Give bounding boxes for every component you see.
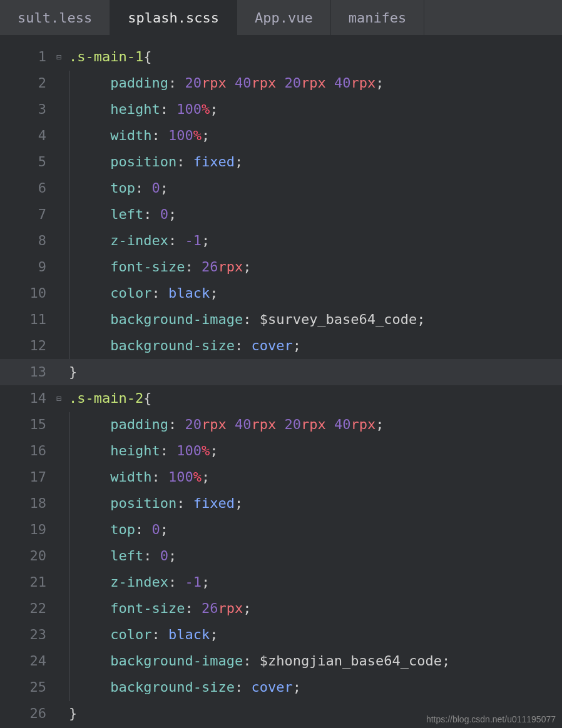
tab-sult-less[interactable]: sult.less [0,0,110,35]
code-content: left: 0; [65,201,176,228]
code-content: padding: 20rpx 40rpx 20rpx 40rpx; [65,70,384,97]
code-line[interactable]: 25 background-size: cover; [0,674,562,700]
line-number: 22 [0,595,53,622]
code-line[interactable]: 1 ⊟ .s-main-1{ [0,44,562,70]
code-line[interactable]: 3 height: 100%; [0,96,562,123]
tab-label: splash.scss [128,10,219,26]
line-number: 9 [0,254,53,280]
code-content: font-size: 26rpx; [65,254,251,281]
code-content: left: 0; [65,543,176,570]
code-line[interactable]: 4 width: 100%; [0,123,562,149]
code-line[interactable]: 14 ⊟ .s-main-2{ [0,385,562,412]
code-line[interactable]: 21 z-index: -1; [0,569,562,595]
code-line[interactable]: 7 left: 0; [0,201,562,228]
watermark: https://blog.csdn.net/u011195077 [426,714,556,724]
code-line[interactable]: 8 z-index: -1; [0,228,562,254]
code-line[interactable]: 22 font-size: 26rpx; [0,595,562,622]
tab-label: sult.less [18,10,92,26]
fold-icon[interactable]: ⊟ [53,385,65,412]
code-content: .s-main-1{ [65,44,151,70]
line-number: 20 [0,543,53,569]
line-number: 7 [0,201,53,228]
code-line[interactable]: 9 font-size: 26rpx; [0,254,562,280]
code-content: height: 100%; [65,96,218,123]
code-content: color: black; [65,280,218,307]
code-line[interactable]: 17 width: 100%; [0,464,562,490]
tab-splash-scss[interactable]: splash.scss [110,0,237,35]
code-line[interactable]: 18 position: fixed; [0,490,562,517]
line-number: 26 [0,700,53,727]
line-number: 4 [0,123,53,149]
code-line[interactable]: 13 } [0,359,562,385]
tab-label: App.vue [255,10,313,26]
line-number: 5 [0,149,53,175]
tab-bar: sult.less splash.scss App.vue manifes [0,0,562,35]
code-content: top: 0; [65,517,168,543]
code-content: padding: 20rpx 40rpx 20rpx 40rpx; [65,412,384,438]
code-line[interactable]: 15 padding: 20rpx 40rpx 20rpx 40rpx; [0,412,562,438]
line-number: 10 [0,280,53,306]
line-number: 25 [0,674,53,700]
line-number: 1 [0,44,53,70]
tab-manifest[interactable]: manifes [331,0,425,35]
line-number: 12 [0,333,53,359]
code-content: width: 100%; [65,464,210,491]
tab-label: manifes [349,10,407,26]
line-number: 16 [0,438,53,464]
code-content: background-image: $survey_base64_code; [65,306,426,333]
code-editor[interactable]: 1 ⊟ .s-main-1{ 2 padding: 20rpx 40rpx 20… [0,35,562,727]
code-content: background-size: cover; [65,674,301,701]
code-line[interactable]: 23 color: black; [0,622,562,648]
code-content: } [65,700,77,727]
code-content: position: fixed; [65,490,243,517]
code-content: z-index: -1; [65,228,210,255]
code-line[interactable]: 2 padding: 20rpx 40rpx 20rpx 40rpx; [0,70,562,96]
line-number: 18 [0,490,53,517]
code-line[interactable]: 5 position: fixed; [0,149,562,175]
code-line[interactable]: 16 height: 100%; [0,438,562,464]
fold-icon[interactable]: ⊟ [53,44,65,70]
code-content: z-index: -1; [65,569,210,596]
line-number: 24 [0,648,53,674]
code-line[interactable]: 6 top: 0; [0,175,562,201]
tab-app-vue[interactable]: App.vue [237,0,331,35]
code-line[interactable]: 20 left: 0; [0,543,562,569]
code-content: width: 100%; [65,123,210,149]
line-number: 15 [0,412,53,438]
code-content: background-size: cover; [65,333,301,360]
line-number: 17 [0,464,53,490]
code-content: color: black; [65,622,218,649]
code-line[interactable]: 19 top: 0; [0,517,562,543]
code-line[interactable]: 24 background-image: $zhongjian_base64_c… [0,648,562,674]
line-number: 19 [0,517,53,543]
line-number: 6 [0,175,53,201]
line-number: 3 [0,96,53,123]
line-number: 14 [0,385,53,412]
code-content: position: fixed; [65,149,243,176]
line-number: 23 [0,622,53,648]
code-line[interactable]: 10 color: black; [0,280,562,306]
code-line[interactable]: 11 background-image: $survey_base64_code… [0,306,562,333]
code-content: .s-main-2{ [65,385,151,412]
code-content: background-image: $zhongjian_base64_code… [65,648,450,675]
line-number: 2 [0,70,53,96]
code-content: height: 100%; [65,438,218,465]
code-content: } [65,359,77,385]
line-number: 11 [0,306,53,333]
line-number: 21 [0,569,53,595]
code-content: font-size: 26rpx; [65,595,251,622]
line-number: 13 [0,359,53,385]
line-number: 8 [0,228,53,254]
code-line[interactable]: 12 background-size: cover; [0,333,562,359]
code-content: top: 0; [65,175,168,202]
